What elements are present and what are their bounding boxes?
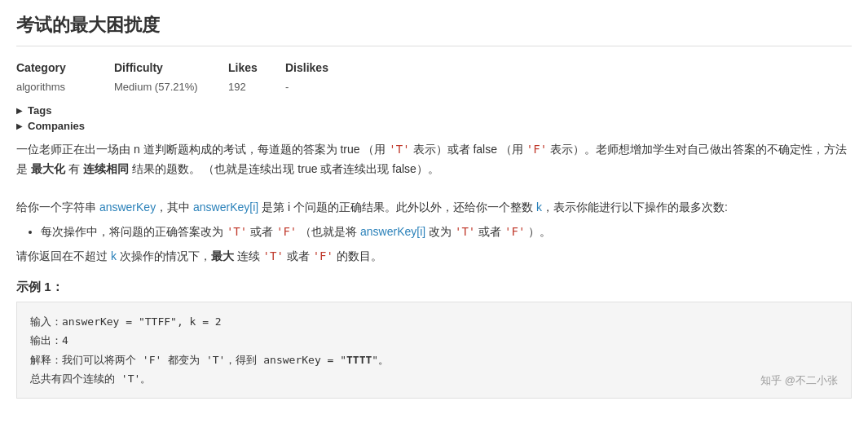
desc-line-1: 一位老师正在出一场由 n 道判断题构成的考试，每道题的答案为 true （用 '… (16, 140, 852, 160)
cell-dislikes: - (285, 77, 852, 96)
companies-arrow-icon: ▶ (16, 121, 23, 130)
meta-table: Category Difficulty Likes Dislikes algor… (16, 58, 852, 96)
col-header-category: Category (16, 58, 114, 77)
col-header-likes: Likes (228, 58, 285, 77)
tags-row[interactable]: ▶ Tags (16, 104, 852, 117)
desc-line-4: 请你返回在不超过 k 次操作的情况下，最大 连续 'T' 或者 'F' 的数目。 (16, 247, 852, 267)
tags-label: Tags (28, 104, 51, 117)
bullet-list: 每次操作中，将问题的正确答案改为 'T' 或者 'F' （也就是将 answer… (41, 223, 852, 242)
cell-difficulty: Medium (57.21%) (114, 77, 228, 96)
example-title: 示例 1： (16, 280, 852, 295)
code-line-3: 解释：我们可以将两个 'F' 都变为 'T'，得到 answerKey = "T… (30, 350, 838, 369)
table-row: algorithms Medium (57.21%) 192 - (16, 77, 852, 96)
tags-arrow-icon: ▶ (16, 106, 23, 115)
code-block: 输入：answerKey = "TTFF", k = 2 输出：4 解释：我们可… (16, 302, 852, 399)
companies-label: Companies (28, 120, 85, 132)
cell-category: algorithms (16, 77, 114, 96)
page-title: 考试的最大困扰度 (16, 13, 852, 46)
desc-line-2: 是 最大化 有 连续相同 结果的题数。 （也就是连续出现 true 或者连续出现… (16, 160, 852, 179)
code-line-4: 总共有四个连续的 'T'。 (30, 369, 838, 388)
description-block: 一位老师正在出一场由 n 道判断题构成的考试，每道题的答案为 true （用 '… (16, 140, 852, 267)
code-line-2: 输出：4 (30, 331, 838, 350)
col-header-dislikes: Dislikes (285, 58, 852, 77)
bullet-item: 每次操作中，将问题的正确答案改为 'T' 或者 'F' （也就是将 answer… (41, 223, 852, 242)
main-container: 考试的最大困扰度 Category Difficulty Likes Disli… (0, 0, 868, 420)
col-header-difficulty: Difficulty (114, 58, 228, 77)
cell-likes: 192 (228, 77, 285, 96)
desc-line-3: 给你一个字符串 answerKey，其中 answerKey[i] 是第 i 个… (16, 198, 852, 218)
code-line-1: 输入：answerKey = "TTFF", k = 2 (30, 312, 838, 331)
companies-row[interactable]: ▶ Companies (16, 120, 852, 132)
watermark: 知乎 @不二小张 (760, 371, 838, 390)
